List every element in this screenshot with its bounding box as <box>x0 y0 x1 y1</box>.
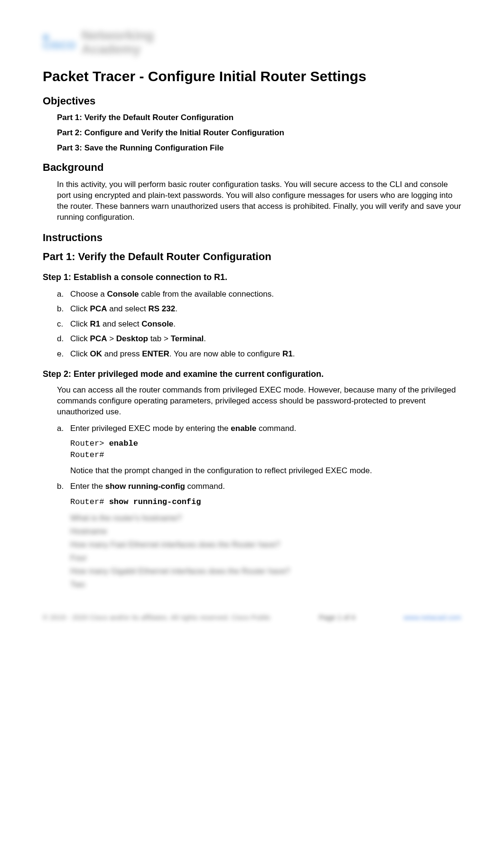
list-item: b. Click PCA and select RS 232. <box>57 303 461 315</box>
blurred-line: How many Fast Ethernet interfaces does t… <box>70 540 461 550</box>
list-item: e. Click OK and press ENTER. You are now… <box>57 348 461 360</box>
blurred-line: What is the router's hostname? <box>70 514 461 523</box>
page-footer: © 2019 - 2020 Cisco and/or its affiliate… <box>43 613 461 621</box>
footer-url: www.netacad.com <box>403 613 461 621</box>
footer-page-number: Page 1 of 4 <box>319 613 355 621</box>
code-block: Router> enable Router# <box>70 438 461 461</box>
list-item: b. Enter the show running-config command… <box>57 480 461 507</box>
step2-intro: You can access all the router commands f… <box>43 385 461 418</box>
blurred-line: Two <box>70 580 461 589</box>
list-item: d. Click PCA > Desktop tab > Terminal. <box>57 333 461 345</box>
cisco-logo-icon: ılıılı CISCO <box>43 34 76 51</box>
page-title: Packet Tracer - Configure Initial Router… <box>43 68 461 84</box>
instructions-heading: Instructions <box>43 232 461 244</box>
blurred-line: How many Gigabit Ethernet interfaces doe… <box>70 567 461 576</box>
step1-list: a. Choose a Console cable from the avail… <box>43 288 461 360</box>
footer-copyright: © 2019 - 2020 Cisco and/or its affiliate… <box>43 613 271 621</box>
step2-list: a. Enter privileged EXEC mode by enterin… <box>43 422 461 508</box>
background-text: In this activity, you will perform basic… <box>43 179 461 223</box>
note-text: Notice that the prompt changed in the co… <box>70 465 461 477</box>
step2-heading: Step 2: Enter privileged mode and examin… <box>43 369 461 379</box>
objectives-heading: Objectives <box>43 95 461 107</box>
objective-item: Part 3: Save the Running Configuration F… <box>57 143 461 153</box>
blurred-content: What is the router's hostname? Hostname … <box>43 514 461 589</box>
code-block: Router# show running-config <box>70 496 461 508</box>
list-item: a. Enter privileged EXEC mode by enterin… <box>57 422 461 477</box>
objectives-list: Part 1: Verify the Default Router Config… <box>43 113 461 153</box>
step1-heading: Step 1: Establish a console connection t… <box>43 272 461 282</box>
objective-item: Part 1: Verify the Default Router Config… <box>57 113 461 122</box>
objective-item: Part 2: Configure and Verify the Initial… <box>57 128 461 138</box>
blurred-line: Four <box>70 553 461 563</box>
part1-heading: Part 1: Verify the Default Router Config… <box>43 251 461 263</box>
list-item: c. Click R1 and select Console. <box>57 318 461 330</box>
background-heading: Background <box>43 161 461 174</box>
logo-text: Networking Academy <box>82 28 154 56</box>
blurred-line: Hostname <box>70 527 461 536</box>
logo-area: ılıılı CISCO Networking Academy <box>43 28 461 56</box>
list-item: a. Choose a Console cable from the avail… <box>57 288 461 300</box>
